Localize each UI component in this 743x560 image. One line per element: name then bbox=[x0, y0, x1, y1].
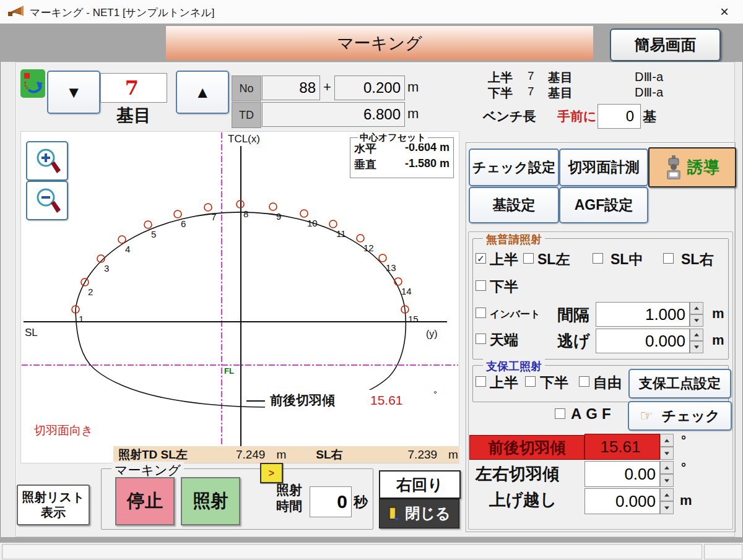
app-window: マーキング - NET1 [サンプルトンネル] × マーキング 簡易画面 ▼ 7… bbox=[0, 0, 743, 560]
fb-incline-field[interactable]: 15.61 bbox=[584, 434, 660, 460]
mufushin-sl-mid-checkbox[interactable] bbox=[593, 253, 603, 264]
base-settings-button[interactable]: 基設定 bbox=[469, 187, 559, 223]
profile-point-label: 4 bbox=[125, 244, 130, 254]
mufushin-invert-checkbox[interactable] bbox=[476, 308, 486, 318]
zoom-out-button[interactable] bbox=[26, 181, 68, 220]
td-unit-label: m bbox=[407, 106, 419, 122]
spin-down-icon[interactable] bbox=[690, 341, 703, 353]
projection-td-bar: 照射TD SL左 7.249 m SL右 7.239 m bbox=[113, 446, 459, 463]
plot-incline-unit: ° bbox=[433, 389, 437, 399]
shihoko-point-settings-button[interactable]: 支保工点設定 bbox=[628, 369, 731, 398]
spin-down-icon[interactable] bbox=[660, 447, 674, 460]
check-settings-button[interactable]: チェック設定 bbox=[469, 149, 559, 186]
profile-point-label: 12 bbox=[363, 243, 374, 253]
raise-spinner[interactable] bbox=[660, 488, 674, 514]
nige-label: 逃げ bbox=[557, 330, 590, 352]
mufushin-sl-left-checkbox[interactable] bbox=[523, 253, 534, 264]
mufushin-invert-label: インバート bbox=[490, 308, 541, 321]
bench-length-label: ベンチ長 bbox=[483, 108, 536, 125]
shihoko-jiyu-checkbox[interactable] bbox=[579, 376, 589, 387]
projection-time-unit: 秒 bbox=[354, 493, 368, 512]
interval-field[interactable]: 1.000 bbox=[596, 302, 690, 327]
projection-list-button[interactable]: 照射リスト 表示 bbox=[17, 485, 90, 525]
td-value-field: 6.800 bbox=[262, 102, 405, 127]
profile-point-label: 3 bbox=[104, 263, 109, 274]
td-bar-right-label: SL右 bbox=[316, 447, 342, 463]
mufushin-sl-right-label: SL右 bbox=[681, 250, 713, 269]
profile-point-label: 15 bbox=[408, 314, 419, 324]
mufushin-tentan-checkbox[interactable] bbox=[476, 334, 486, 344]
projection-time-field[interactable]: 0 bbox=[310, 486, 352, 517]
spin-up-icon[interactable] bbox=[660, 488, 674, 501]
lr-incline-unit: ° bbox=[681, 460, 686, 475]
shihoko-kahan-checkbox[interactable] bbox=[525, 376, 536, 387]
raise-unit: m bbox=[680, 493, 692, 509]
close-dialog-label: 閉じる bbox=[405, 504, 450, 523]
status-bar-right bbox=[704, 544, 742, 559]
expand-button[interactable]: > bbox=[260, 463, 283, 483]
title-bar: マーキング - NET1 [サンプルトンネル] × bbox=[0, 0, 743, 24]
shihoko-kahan-label: 下半 bbox=[540, 373, 568, 392]
spin-down-icon[interactable] bbox=[660, 474, 674, 487]
center-offset-title: 中心オフセット bbox=[358, 132, 428, 144]
spin-up-icon[interactable] bbox=[690, 302, 703, 314]
spin-up-icon[interactable] bbox=[660, 461, 674, 474]
plot-incline-label: 前後切羽傾 bbox=[269, 393, 335, 408]
spin-down-icon[interactable] bbox=[690, 314, 703, 327]
profile-point-marker bbox=[329, 220, 337, 228]
spin-up-icon[interactable] bbox=[660, 434, 674, 447]
close-window-button[interactable]: × bbox=[711, 2, 738, 22]
tcl-axis-label: TCL(x) bbox=[228, 133, 260, 145]
offset-h-unit: m bbox=[440, 141, 450, 153]
ring-up-button[interactable]: ▲ bbox=[176, 71, 229, 114]
fb-incline-unit: ° bbox=[681, 433, 686, 447]
nige-spinner[interactable] bbox=[690, 329, 703, 353]
bottom-divider bbox=[0, 537, 743, 543]
lr-incline-label: 左右切羽傾 bbox=[476, 463, 559, 485]
shihoko-jouhan-label: 上半 bbox=[490, 373, 518, 392]
mufushin-sl-right-checkbox[interactable] bbox=[663, 253, 674, 264]
profile-point-label: 1 bbox=[79, 314, 84, 324]
check-button[interactable]: ☞ チェック bbox=[628, 401, 732, 431]
nige-field[interactable]: 0.000 bbox=[596, 329, 690, 353]
profile-point-label: 11 bbox=[336, 228, 346, 239]
zoom-in-button[interactable] bbox=[26, 141, 68, 181]
raise-field[interactable]: 0.000 bbox=[584, 488, 660, 514]
guidance-button[interactable]: 誘導 bbox=[648, 147, 736, 187]
bench-prefix-label: 手前に bbox=[557, 108, 597, 125]
no-unit-label: m bbox=[407, 79, 419, 95]
offset-v-label: 垂直 bbox=[354, 157, 376, 172]
stop-button[interactable]: 停止 bbox=[115, 477, 175, 525]
close-dialog-button[interactable]: 閉じる bbox=[379, 499, 459, 528]
spin-down-icon[interactable] bbox=[660, 501, 674, 514]
ring-down-button[interactable]: ▼ bbox=[47, 71, 100, 114]
lr-incline-spinner[interactable] bbox=[660, 461, 674, 487]
fb-incline-spinner[interactable] bbox=[660, 434, 674, 460]
mufushin-tentan-label: 天端 bbox=[490, 330, 518, 350]
shihoko-jouhan-checkbox[interactable] bbox=[476, 376, 486, 387]
lower-half-label: 下半 bbox=[488, 85, 513, 101]
bench-count-field[interactable]: 0 bbox=[597, 104, 641, 129]
face-measure-button[interactable]: 切羽面計測 bbox=[559, 149, 648, 186]
fb-incline-label: 前後切羽傾 bbox=[469, 435, 584, 460]
pattern-cycle-icon[interactable] bbox=[20, 69, 45, 98]
agf-settings-button[interactable]: AGF設定 bbox=[559, 187, 648, 223]
spin-up-icon[interactable] bbox=[690, 329, 703, 341]
sl-axis-label: SL bbox=[25, 327, 38, 338]
mufushin-kahan-checkbox[interactable] bbox=[476, 280, 486, 291]
agf-checkbox[interactable] bbox=[555, 408, 565, 419]
y-axis-label: (y) bbox=[426, 329, 438, 339]
td-bar-left-value: 7.249 bbox=[236, 448, 266, 462]
simple-view-button[interactable]: 簡易画面 bbox=[610, 28, 721, 61]
cross-section-svg: TCL(x) SL (y) FL 前後切羽傾 15.61 ° 切羽面向き 123… bbox=[20, 131, 459, 463]
interval-spinner[interactable] bbox=[690, 302, 703, 327]
clockwise-button[interactable]: 右回り bbox=[379, 470, 461, 499]
ring-unit-label: 基目 bbox=[100, 104, 167, 127]
ring-count-field[interactable]: 7 bbox=[100, 73, 167, 103]
lr-incline-field[interactable]: 0.00 bbox=[584, 461, 660, 487]
mufushin-jouhan-checkbox[interactable]: ✓ bbox=[476, 253, 486, 264]
fire-button[interactable]: 照射 bbox=[181, 477, 240, 525]
exit-door-icon bbox=[388, 506, 400, 521]
profile-point-marker bbox=[300, 210, 308, 217]
offset-v-unit: m bbox=[440, 157, 450, 170]
